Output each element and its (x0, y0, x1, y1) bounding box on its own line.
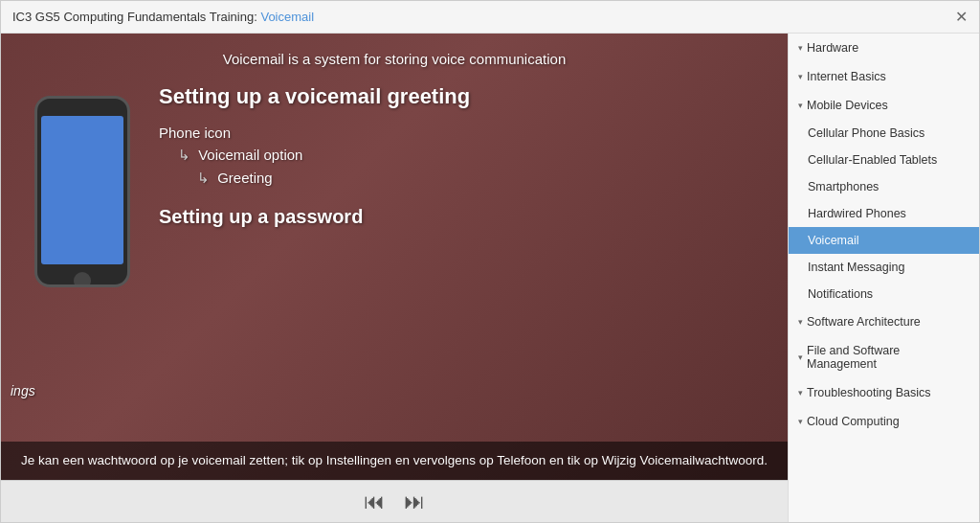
sidebar-section-label: Troubleshooting Basics (807, 386, 930, 399)
chevron-icon: ▾ (798, 417, 803, 426)
sidebar-section-troubleshooting[interactable]: ▾ Troubleshooting Basics (789, 378, 979, 407)
sidebar-item-notifications[interactable]: Notifications (789, 281, 979, 307)
sidebar-item-label: Notifications (808, 287, 873, 301)
title-prefix: IC3 GS5 Computing Fundamentals Training: (12, 10, 260, 24)
chevron-icon: ▾ (798, 101, 803, 110)
sidebar-item-label: Smartphones (808, 180, 879, 193)
slide-content: Setting up a voicemail greeting Phone ic… (1, 72, 788, 442)
sidebar-section-label: Hardware (807, 41, 858, 55)
sidebar-item-voicemail[interactable]: Voicemail (789, 227, 979, 254)
sidebar-section-label: Internet Basics (807, 70, 886, 83)
close-button[interactable]: ✕ (955, 10, 968, 25)
phone-home-button (74, 272, 91, 287)
sidebar-section-software-arch[interactable]: ▾ Software Architecture (789, 307, 979, 336)
video-frame: Voicemail is a system for storing voice … (1, 34, 788, 480)
phone-body (34, 96, 130, 287)
title-highlight: Voicemail (260, 10, 314, 24)
subtitle-bar: Je kan een wachtwoord op je voicemail ze… (1, 442, 788, 480)
window-title: IC3 GS5 Computing Fundamentals Training:… (12, 10, 314, 24)
sidebar-item-hardwired-phones[interactable]: Hardwired Phones (789, 200, 979, 227)
sidebar-section-hardware[interactable]: ▾ Hardware (789, 34, 979, 62)
chevron-icon: ▾ (798, 72, 803, 81)
chevron-icon: ▾ (798, 317, 803, 327)
sidebar-item-cellular-phone-basics[interactable]: Cellular Phone Basics (789, 120, 979, 147)
next-button[interactable]: ⏭ (404, 489, 425, 514)
sidebar-item-smartphones[interactable]: Smartphones (789, 173, 979, 200)
next-icon: ⏭ (404, 489, 425, 514)
list-item-2: ↳ Greeting (159, 170, 768, 187)
main-content: Voicemail is a system for storing voice … (1, 34, 979, 522)
chevron-icon: ▾ (798, 352, 803, 362)
sidebar-section-mobile[interactable]: ▾ Mobile Devices (789, 91, 979, 120)
list-item-1: ↳ Voicemail option (159, 147, 768, 164)
prev-button[interactable]: ⏮ (364, 489, 385, 514)
settings-label: ings (11, 383, 35, 398)
sidebar-item-cellular-enabled-tablets[interactable]: Cellular-Enabled Tablets (789, 147, 979, 173)
sidebar-item-label: Cellular-Enabled Tablets (808, 153, 937, 167)
sidebar-section-cloud[interactable]: ▾ Cloud Computing (789, 407, 979, 436)
sidebar-section-label: Mobile Devices (807, 99, 888, 112)
subtitle-text: Je kan een wachtwoord op je voicemail ze… (21, 453, 768, 467)
sidebar-section-label: Software Architecture (807, 315, 921, 329)
video-area: Voicemail is a system for storing voice … (1, 34, 788, 522)
list-item-0: Phone icon (159, 125, 768, 141)
sidebar-item-label: Instant Messaging (808, 261, 904, 274)
sidebar-section-internet[interactable]: ▾ Internet Basics (789, 62, 979, 91)
sidebar-item-label: Voicemail (808, 234, 859, 247)
sidebar-item-instant-messaging[interactable]: Instant Messaging (789, 254, 979, 281)
sidebar-section-label: File and Software Management (807, 344, 969, 371)
slide-heading-2: Setting up a password (159, 206, 768, 228)
sidebar-item-label: Hardwired Phones (808, 207, 906, 220)
slide-list: Phone icon ↳ Voicemail option ↳ Greeting (159, 125, 768, 187)
phone-screen (41, 116, 123, 264)
title-bar: IC3 GS5 Computing Fundamentals Training:… (1, 1, 979, 34)
sidebar-section-label: Cloud Computing (807, 415, 900, 428)
slide-heading-1: Setting up a voicemail greeting (159, 84, 768, 109)
prev-icon: ⏮ (364, 489, 385, 514)
application-window: IC3 GS5 Computing Fundamentals Training:… (0, 0, 980, 523)
video-top-text: Voicemail is a system for storing voice … (1, 34, 788, 72)
phone-illustration (20, 86, 145, 316)
controls-bar: ⏮ ⏭ (1, 480, 788, 522)
chevron-icon: ▾ (798, 43, 803, 53)
sidebar-item-label: Cellular Phone Basics (808, 126, 924, 140)
slide-text-area: Setting up a voicemail greeting Phone ic… (145, 77, 768, 228)
sidebar-section-file-mgmt[interactable]: ▾ File and Software Management (789, 336, 979, 378)
chevron-icon: ▾ (798, 388, 803, 398)
sidebar: ▾ Hardware ▾ Internet Basics ▾ Mobile De… (788, 34, 979, 522)
